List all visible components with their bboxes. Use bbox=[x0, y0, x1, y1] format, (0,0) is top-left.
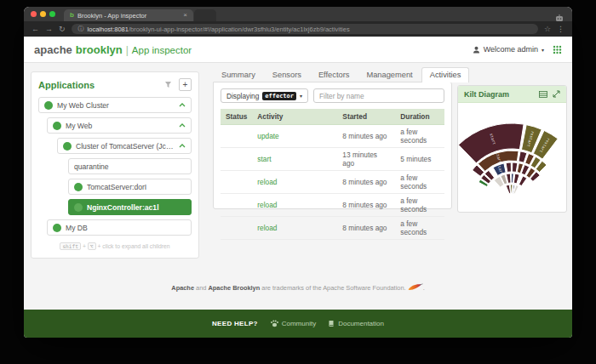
kilt-segment[interactable] bbox=[506, 162, 511, 172]
brooklyn-logo[interactable]: apache brooklyn | App inspector bbox=[34, 43, 192, 56]
tree-item-my-web-cluster[interactable]: My Web Cluster bbox=[38, 97, 192, 113]
displaying-dropdown[interactable]: Displaying effector ▾ bbox=[221, 88, 308, 103]
activity-link[interactable]: start bbox=[257, 155, 271, 163]
tree-item-tomcatserver[interactable]: TomcatServer:dorI bbox=[68, 179, 192, 195]
trademark-footer: Apache and Apache Brooklyn are trademark… bbox=[24, 283, 572, 292]
tab-summary[interactable]: Summary bbox=[213, 67, 264, 82]
activities-table: Status Activity Started Duration update … bbox=[221, 109, 444, 240]
option-key: ⌥ bbox=[88, 242, 96, 250]
status-ok-icon bbox=[44, 101, 53, 110]
app-grid-icon[interactable] bbox=[553, 45, 562, 54]
kilt-segment[interactable] bbox=[510, 185, 513, 193]
col-duration[interactable]: Duration bbox=[395, 109, 444, 125]
kilt-segment[interactable] bbox=[513, 173, 519, 184]
reload-icon[interactable]: ↻ bbox=[59, 26, 66, 33]
kilt-segment[interactable] bbox=[506, 185, 510, 193]
col-started[interactable]: Started bbox=[337, 109, 395, 125]
activities-panel: Displaying effector ▾ Status Activity St… bbox=[213, 82, 452, 209]
apache-feather-logo-icon bbox=[408, 283, 423, 291]
kilt-segment[interactable] bbox=[519, 176, 526, 186]
tree-item-my-web[interactable]: My Web bbox=[47, 117, 192, 134]
chevron-up-icon[interactable] bbox=[179, 144, 186, 148]
apache-brooklyn-link[interactable]: Apache Brooklyn bbox=[208, 284, 260, 292]
tab-management[interactable]: Management bbox=[358, 67, 421, 82]
zoom-window-button[interactable] bbox=[49, 11, 55, 17]
tree-item-quarantine[interactable]: quarantine bbox=[68, 158, 192, 174]
minimize-window-button[interactable] bbox=[40, 11, 46, 17]
app-header: apache brooklyn | App inspector Welcome … bbox=[24, 37, 572, 63]
chevron-up-icon[interactable] bbox=[179, 123, 186, 128]
table-row[interactable]: reload 8 minutes ago a few seconds bbox=[221, 194, 444, 217]
site-info-icon[interactable]: ⓘ bbox=[78, 25, 84, 33]
shift-key: shift bbox=[60, 242, 81, 250]
apache-link[interactable]: Apache bbox=[171, 284, 194, 292]
close-window-button[interactable] bbox=[31, 11, 37, 17]
col-status[interactable]: Status bbox=[221, 109, 252, 125]
user-menu[interactable]: Welcome admin ▾ bbox=[473, 45, 544, 54]
expand-icon[interactable] bbox=[553, 90, 560, 98]
status-ok-icon bbox=[74, 183, 83, 191]
kilt-diagram-chart[interactable]: startrestartrestartstartstart bbox=[458, 103, 566, 208]
community-link[interactable]: Community bbox=[270, 320, 316, 327]
applications-title: Applications bbox=[38, 80, 158, 90]
window-controls bbox=[31, 7, 55, 21]
browser-window: b Brooklyn - App inspector × ← → ↻ ⓘ loc… bbox=[24, 7, 572, 338]
kilt-segment[interactable] bbox=[511, 173, 513, 183]
user-icon bbox=[473, 46, 480, 54]
activity-link[interactable]: reload bbox=[257, 224, 277, 232]
kilt-segment[interactable] bbox=[513, 162, 518, 172]
need-help-label: NEED HELP? bbox=[212, 320, 258, 327]
welcome-label: Welcome admin bbox=[484, 45, 538, 54]
filter-funnel-icon[interactable] bbox=[164, 81, 172, 88]
tab-activities[interactable]: Activities bbox=[421, 67, 470, 82]
status-ok-icon bbox=[53, 224, 61, 232]
tree-item-tomcat-cluster[interactable]: Cluster of TomcatServer (JcloudsLocation… bbox=[57, 138, 192, 154]
table-row[interactable]: reload 8 minutes ago a few seconds bbox=[221, 217, 444, 240]
kilt-diagram-panel: Kilt Diagram startrestartrestartstartsta… bbox=[457, 85, 567, 213]
browser-tab[interactable]: b Brooklyn - App inspector × bbox=[64, 9, 193, 21]
col-activity[interactable]: Activity bbox=[252, 109, 337, 125]
bookmark-star-icon[interactable]: ☆ bbox=[544, 26, 551, 33]
paw-icon bbox=[270, 320, 278, 327]
tab-effectors[interactable]: Effectors bbox=[310, 67, 358, 82]
filter-by-name-input[interactable] bbox=[313, 88, 444, 103]
status-ok-icon bbox=[74, 203, 83, 212]
documentation-link[interactable]: Documentation bbox=[328, 320, 384, 327]
chevron-up-icon[interactable] bbox=[179, 103, 186, 107]
browser-tabbar: b Brooklyn - App inspector × bbox=[24, 7, 572, 21]
tree-item-nginxcontroller-selected[interactable]: NginxController:ac1l bbox=[68, 199, 192, 215]
table-row[interactable]: update 8 minutes ago a few seconds bbox=[221, 125, 444, 148]
back-icon[interactable]: ← bbox=[32, 26, 39, 33]
expand-hint: shift + ⌥ + click to expand all children bbox=[38, 243, 192, 249]
table-row[interactable]: start 13 minutes ago 5 minutes bbox=[221, 148, 444, 171]
add-application-button[interactable]: + bbox=[179, 78, 192, 91]
entity-tabs: Summary Sensors Effectors Management Act… bbox=[213, 67, 469, 82]
tree-item-my-db[interactable]: My DB bbox=[47, 219, 192, 236]
book-icon bbox=[328, 320, 335, 327]
status-ok-icon bbox=[63, 142, 72, 151]
tab-close-icon[interactable]: × bbox=[183, 12, 187, 19]
applications-panel: Applications + My Web Cluster My Web Clu… bbox=[31, 71, 199, 259]
table-row[interactable]: reload 8 minutes ago a few seconds bbox=[221, 171, 444, 194]
browser-tab-title: Brooklyn - App inspector bbox=[77, 12, 180, 20]
tab-sensors[interactable]: Sensors bbox=[264, 67, 310, 82]
forward-icon[interactable]: → bbox=[45, 26, 53, 33]
table-view-icon[interactable] bbox=[539, 91, 547, 98]
activity-link[interactable]: reload bbox=[257, 201, 277, 209]
browser-menu-icon[interactable]: ⋮ bbox=[557, 26, 564, 33]
brand-apache: apache bbox=[34, 43, 72, 56]
table-header-row: Status Activity Started Duration bbox=[221, 109, 444, 125]
brand-brooklyn: brooklyn bbox=[76, 43, 123, 56]
brand-divider: | bbox=[126, 44, 129, 56]
address-bar[interactable]: ⓘ localhost:8081/brooklyn-ui-app-inspect… bbox=[72, 24, 538, 34]
status-ok-icon bbox=[53, 122, 61, 130]
browser-extension-icon[interactable] bbox=[555, 10, 564, 26]
browser-urlbar: ← → ↻ ⓘ localhost:8081/brooklyn-ui-app-i… bbox=[24, 21, 572, 37]
chevron-down-icon: ▾ bbox=[542, 47, 544, 53]
kilt-diagram-title: Kilt Diagram bbox=[464, 90, 534, 99]
url-path: /brooklyn-ui-app-inspector/#!/applicatio… bbox=[129, 26, 350, 33]
activity-link[interactable]: reload bbox=[257, 178, 277, 186]
new-tab-area[interactable] bbox=[194, 9, 216, 21]
activity-link[interactable]: update bbox=[257, 132, 278, 140]
help-bar: NEED HELP? Community Documentation bbox=[24, 310, 572, 338]
